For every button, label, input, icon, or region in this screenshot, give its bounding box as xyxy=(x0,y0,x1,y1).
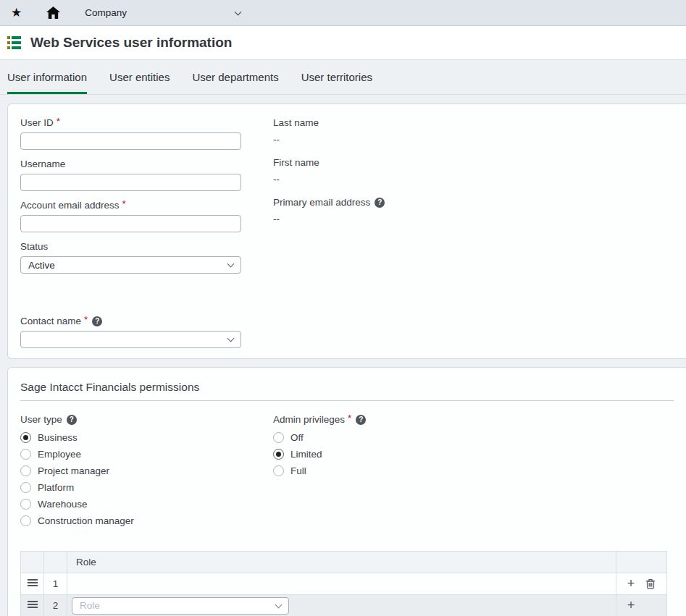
last-name-label: Last name xyxy=(273,117,319,128)
status-label: Status xyxy=(20,241,48,252)
top-navigation-bar: ★ Company xyxy=(0,0,686,26)
permissions-panel: Sage Intacct Financials permissions User… xyxy=(7,367,686,616)
radio-icon xyxy=(20,499,31,510)
actions-column-header xyxy=(616,552,667,573)
drag-handle-icon[interactable] xyxy=(28,599,38,609)
username-input[interactable] xyxy=(20,174,241,191)
row-number: 2 xyxy=(44,595,67,616)
radio-user-type-employee[interactable]: Employee xyxy=(20,448,273,460)
delete-row-icon[interactable] xyxy=(645,578,656,591)
status-select-value: Active xyxy=(28,260,55,271)
last-name-value: -- xyxy=(273,134,674,145)
user-type-help-icon[interactable]: ? xyxy=(67,415,77,425)
chevron-down-icon xyxy=(227,261,235,268)
row-number: 1 xyxy=(44,573,67,595)
required-asterisk: * xyxy=(57,116,60,127)
radio-user-type-warehouse[interactable]: Warehouse xyxy=(20,498,273,510)
first-name-value: -- xyxy=(273,174,674,185)
first-name-label: First name xyxy=(273,157,319,168)
required-asterisk: * xyxy=(348,413,351,423)
chevron-down-icon xyxy=(227,335,235,342)
drag-handle-icon[interactable] xyxy=(28,578,38,588)
contact-name-label: Contact name xyxy=(20,316,81,326)
radio-user-type-platform[interactable]: Platform xyxy=(20,481,273,493)
contact-name-select[interactable] xyxy=(20,331,241,348)
account-email-input[interactable] xyxy=(20,215,241,232)
radio-icon xyxy=(20,515,31,526)
chevron-down-icon xyxy=(235,8,242,15)
status-select[interactable]: Active xyxy=(20,256,241,274)
user-information-panel: User ID * Username Account email address… xyxy=(7,104,686,359)
tab-user-departments[interactable]: User departments xyxy=(192,71,278,94)
radio-admin-limited[interactable]: Limited xyxy=(273,448,674,460)
radio-admin-full[interactable]: Full xyxy=(273,465,674,476)
radio-user-type-project-manager[interactable]: Project manager xyxy=(20,465,273,476)
admin-privileges-label: Admin privileges xyxy=(273,414,345,425)
radio-icon xyxy=(20,482,31,493)
username-label: Username xyxy=(20,159,65,169)
primary-email-label: Primary email address xyxy=(273,197,370,208)
radio-icon xyxy=(20,465,31,476)
radio-icon xyxy=(273,432,284,443)
primary-email-value: -- xyxy=(273,214,674,224)
radio-selected-icon xyxy=(20,432,31,443)
contact-name-help-icon[interactable]: ? xyxy=(92,316,102,326)
tab-bar: User information User entities User depa… xyxy=(0,60,686,95)
page-header: Web Services user information xyxy=(0,26,686,60)
roles-table-row-1: 1 + xyxy=(21,573,667,595)
radio-admin-off[interactable]: Off xyxy=(273,431,674,443)
add-row-button[interactable]: + xyxy=(625,576,637,591)
chevron-down-icon xyxy=(275,601,283,608)
required-asterisk: * xyxy=(84,314,88,325)
tab-user-information[interactable]: User information xyxy=(7,71,87,94)
user-id-input[interactable] xyxy=(20,132,241,150)
tab-user-territories[interactable]: User territories xyxy=(301,71,372,94)
record-list-icon[interactable] xyxy=(7,36,21,49)
required-asterisk: * xyxy=(122,198,126,209)
user-type-label: User type xyxy=(20,414,62,425)
radio-user-type-business[interactable]: Business xyxy=(20,431,273,443)
primary-email-help-icon[interactable]: ? xyxy=(375,198,385,208)
number-column-header xyxy=(44,552,67,573)
roles-table: Role 1 + xyxy=(20,551,667,616)
account-email-label: Account email address xyxy=(20,200,120,211)
roles-table-header-row: Role xyxy=(21,552,667,573)
tab-user-entities[interactable]: User entities xyxy=(109,71,170,94)
roles-table-row-2: 2 Role + xyxy=(21,595,667,616)
permissions-heading: Sage Intacct Financials permissions xyxy=(20,381,674,401)
radio-selected-icon xyxy=(273,449,284,460)
page-title: Web Services user information xyxy=(30,35,232,51)
admin-privileges-help-icon[interactable]: ? xyxy=(356,415,366,425)
role-cell[interactable] xyxy=(67,573,616,595)
drag-column-header xyxy=(21,552,44,573)
role-select[interactable]: Role xyxy=(72,597,289,615)
radio-icon xyxy=(20,449,31,460)
favorite-star-icon[interactable]: ★ xyxy=(11,5,22,20)
add-row-button[interactable]: + xyxy=(625,598,637,613)
user-id-label: User ID xyxy=(20,117,54,128)
home-icon[interactable] xyxy=(46,7,60,19)
company-dropdown-label: Company xyxy=(85,7,127,18)
role-select-placeholder: Role xyxy=(80,600,100,611)
company-dropdown[interactable]: Company xyxy=(85,7,240,18)
radio-user-type-construction-manager[interactable]: Construction manager xyxy=(20,515,273,526)
role-column-header: Role xyxy=(67,552,616,573)
radio-icon xyxy=(273,465,284,476)
